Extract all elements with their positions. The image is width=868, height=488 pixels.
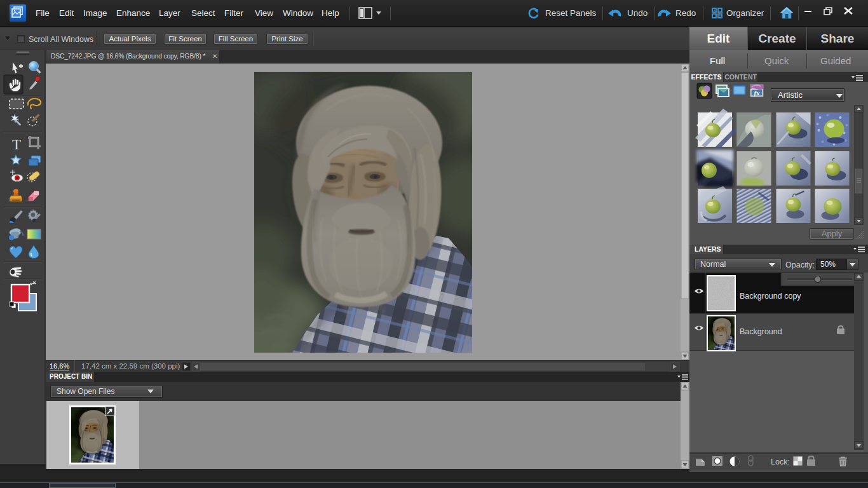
svg-text:fx: fx [754, 89, 760, 97]
svg-text:T: T [12, 137, 21, 152]
svg-text:Lock:: Lock: [771, 458, 790, 466]
